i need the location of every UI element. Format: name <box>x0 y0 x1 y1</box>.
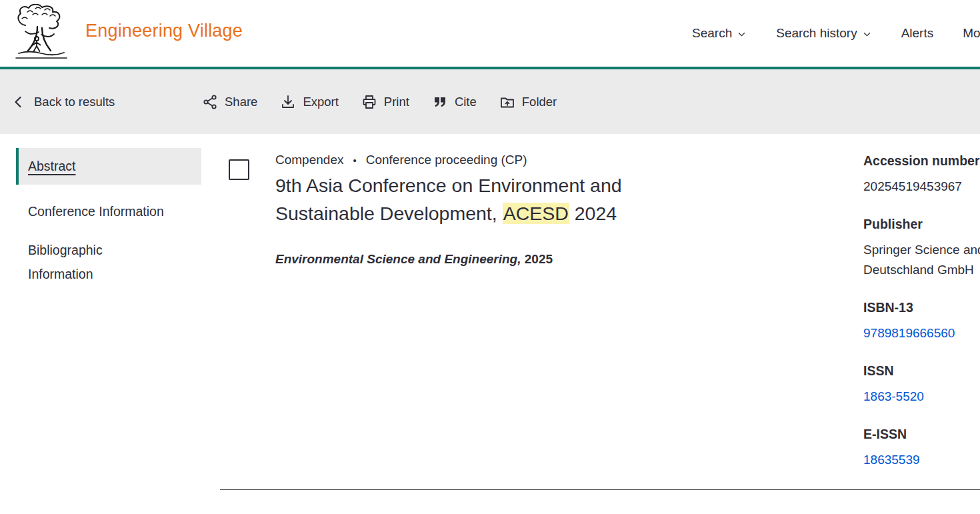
cite-button[interactable]: Cite <box>432 94 477 110</box>
sidebar-item-conference-information[interactable]: Conference Information <box>16 199 169 223</box>
record-nav-sidebar: Abstract Conference Information Bibliogr… <box>16 148 201 286</box>
record-select-checkbox[interactable] <box>229 159 249 180</box>
share-button[interactable]: Share <box>202 94 257 110</box>
source-title: Environmental Science and Engineering, <box>275 252 521 266</box>
chevron-down-icon <box>862 29 872 39</box>
separator-dot: • <box>353 155 356 166</box>
folder-button[interactable]: Folder <box>499 94 557 110</box>
sidebar-item-bibliographic-information[interactable]: Bibliographic Information <box>16 238 169 286</box>
back-to-results-link[interactable]: Back to results <box>11 69 115 134</box>
source-year: 2025 <box>525 252 553 266</box>
section-divider <box>220 489 980 490</box>
issn-link[interactable]: 1863-5520 <box>863 389 924 403</box>
detail-accession-number: Accession number 20254519453967 <box>863 151 980 197</box>
database-label: Compendex <box>275 153 343 167</box>
share-icon <box>202 94 218 110</box>
chevron-left-icon <box>11 94 27 110</box>
toolbar-actions: Share Export Print Cite Fo <box>202 69 557 134</box>
detail-publisher: Publisher Springer Science and Business … <box>863 214 980 280</box>
app-header: Engineering Village Search Search histor… <box>0 0 980 67</box>
eissn-label: E-ISSN <box>863 424 980 444</box>
detail-isbn13: ISBN-13 9789819666560 <box>863 297 980 343</box>
eissn-link[interactable]: 18635539 <box>863 453 920 467</box>
nav-alerts[interactable]: Alerts <box>901 26 934 41</box>
elsevier-tree-logo <box>9 4 73 61</box>
record-toolbar: Back to results Share Export Print <box>0 69 980 134</box>
folder-icon <box>499 94 515 110</box>
document-type-label: Conference proceeding (CP) <box>366 153 527 167</box>
top-nav: Search Search history Alerts More <box>692 0 980 67</box>
brand-title: Engineering Village <box>85 21 243 41</box>
quote-icon <box>432 94 448 110</box>
detail-issn: ISSN 1863-5520 <box>863 361 980 407</box>
highlighted-search-term: ACESD <box>503 203 569 224</box>
export-button[interactable]: Export <box>280 94 338 110</box>
publisher-label: Publisher <box>863 214 980 234</box>
printer-icon <box>361 94 377 110</box>
detail-eissn: E-ISSN 18635539 <box>863 424 980 470</box>
record-meta-line: Compendex • Conference proceeding (CP) <box>275 153 527 167</box>
record-source-line: Environmental Science and Engineering, 2… <box>275 252 553 267</box>
issn-label: ISSN <box>863 361 980 381</box>
print-button[interactable]: Print <box>361 94 409 110</box>
isbn13-label: ISBN-13 <box>863 297 980 317</box>
download-icon <box>280 94 296 110</box>
record-title: 9th Asia Conference on Environment and S… <box>275 171 675 227</box>
accession-number-label: Accession number <box>863 151 980 171</box>
sidebar-item-abstract[interactable]: Abstract <box>16 148 201 185</box>
nav-search-history[interactable]: Search history <box>776 26 871 41</box>
publisher-value: Springer Science and Business Media Deut… <box>863 240 980 280</box>
nav-search[interactable]: Search <box>692 26 747 41</box>
record-details-panel: Accession number 20254519453967 Publishe… <box>863 151 980 487</box>
isbn13-link[interactable]: 9789819666560 <box>863 326 955 340</box>
chevron-down-icon <box>737 29 747 39</box>
accession-number-value: 20254519453967 <box>863 177 980 197</box>
nav-more[interactable]: More <box>963 26 980 41</box>
